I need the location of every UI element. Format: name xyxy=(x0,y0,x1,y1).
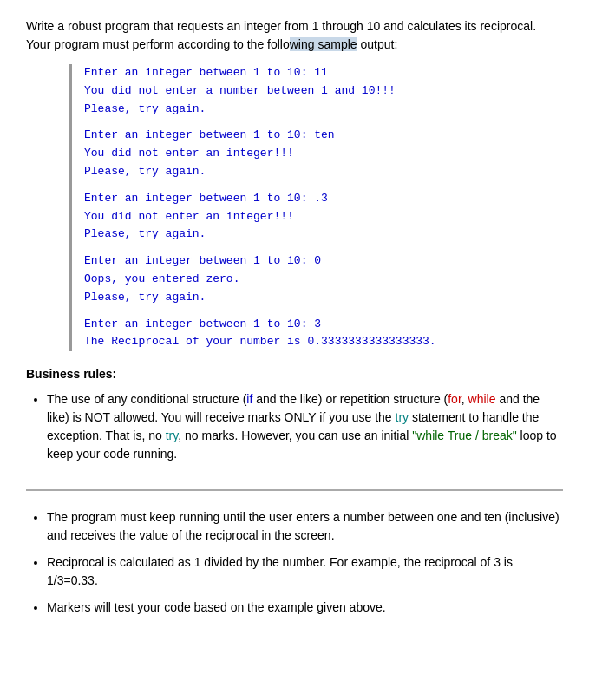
keyword-for: for xyxy=(448,392,461,406)
business-rules-list: The use of any conditional structure (if… xyxy=(26,390,563,463)
code-section-2: Enter an integer between 1 to 10: ten Yo… xyxy=(84,127,563,180)
business-rules-section: Business rules: The use of any condition… xyxy=(26,365,563,463)
code-section-3: Enter an integer between 1 to 10: .3 You… xyxy=(84,190,563,244)
intro-paragraph: Write a robust program that requests an … xyxy=(26,17,563,54)
business-rule-item: The use of any conditional structure (if… xyxy=(47,390,563,463)
business-rules-title: Business rules: xyxy=(26,365,563,383)
code-line: Enter an integer between 1 to 10: 11 You… xyxy=(84,64,563,118)
bottom-bullet-2: Reciprocal is calculated as 1 divided by… xyxy=(47,553,563,590)
code-section-1: Enter an integer between 1 to 10: 11 You… xyxy=(84,64,563,118)
code-section-5: Enter an integer between 1 to 10: 3 The … xyxy=(84,316,563,352)
code-block-container: Enter an integer between 1 to 10: 11 You… xyxy=(69,64,563,351)
keyword-while: while xyxy=(468,392,496,406)
code-line: Enter an integer between 1 to 10: ten Yo… xyxy=(84,127,563,180)
code-line: Enter an integer between 1 to 10: .3 You… xyxy=(84,190,563,244)
highlight-sample: wing sample xyxy=(290,37,357,51)
keyword-if: if xyxy=(246,392,252,406)
code-line: Enter an integer between 1 to 10: 3 The … xyxy=(84,316,563,352)
keyword-try2: try xyxy=(166,429,179,442)
code-section-4: Enter an integer between 1 to 10: 0 Oops… xyxy=(84,252,563,306)
section-divider xyxy=(26,489,563,491)
keyword-try: try xyxy=(396,410,409,424)
bottom-bullet-3: Markers will test your code based on the… xyxy=(47,599,563,617)
bottom-section: The program must keep running until the … xyxy=(26,508,563,617)
code-line: Enter an integer between 1 to 10: 0 Oops… xyxy=(84,252,563,306)
while-true-quote: "while True / break" xyxy=(412,429,516,442)
bottom-bullets-list: The program must keep running until the … xyxy=(26,508,563,617)
bottom-bullet-1: The program must keep running until the … xyxy=(47,508,563,545)
